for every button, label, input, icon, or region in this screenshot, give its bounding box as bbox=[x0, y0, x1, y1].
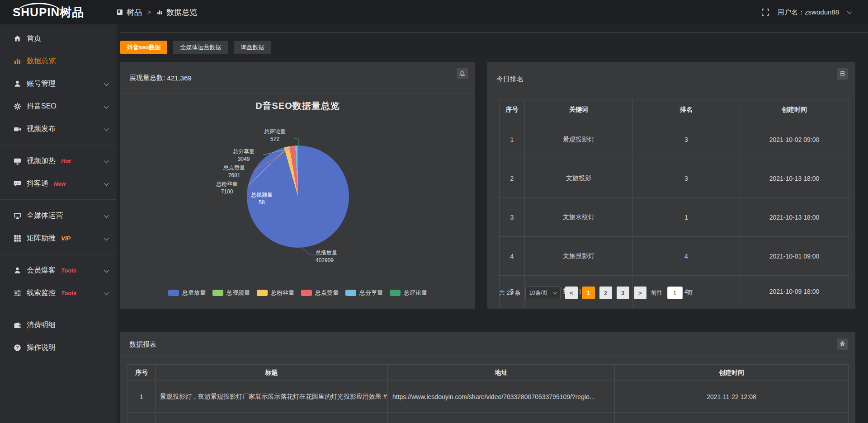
sidebar-item-member-burst[interactable]: 会员爆客 Tools bbox=[0, 259, 117, 282]
chart-legend: 总播放量 总视频量 总粉丝量 总点赞量 总分享量 总评论量 bbox=[120, 289, 475, 297]
pie-label-name: 总点赞量 bbox=[215, 164, 253, 172]
chevron-down-icon bbox=[104, 268, 109, 273]
chevron-down-icon bbox=[104, 181, 109, 186]
tools-badge: Tools bbox=[61, 267, 76, 274]
sidebar-item-label: 视频加热 bbox=[27, 156, 56, 166]
sidebar-item-label: 数据总览 bbox=[27, 56, 56, 66]
cell-url-link[interactable]: https://www.iesdouyin.com/share/video/70… bbox=[388, 381, 615, 413]
video-camera-icon bbox=[14, 125, 21, 133]
chevron-down-icon bbox=[104, 103, 109, 108]
cell-time bbox=[615, 413, 849, 423]
sidebar-item-video-heat[interactable]: 视频加热 Hot bbox=[0, 150, 117, 172]
window-icon bbox=[117, 9, 123, 15]
pagination: 共 23 条 10条/页 < 1 2 3 > 前往 1 页 bbox=[499, 287, 693, 299]
cell-rank: 1 bbox=[633, 198, 740, 237]
sidebar-item-label: 线索监控 bbox=[27, 288, 56, 298]
cell-time: 2021-10-13 18:00 bbox=[740, 159, 849, 198]
column-header-time: 创建时间 bbox=[740, 99, 849, 120]
column-header-time: 创建时间 bbox=[615, 365, 849, 381]
sidebar-item-video-publish[interactable]: 视频发布 bbox=[0, 118, 117, 140]
prev-page-button[interactable]: < bbox=[565, 287, 578, 299]
grid-icon bbox=[14, 235, 21, 242]
column-header-index: 序号 bbox=[128, 365, 156, 381]
tab-media-ops-data[interactable]: 全媒体运营数据 bbox=[173, 41, 228, 54]
pie-label-name: 总粉丝量 bbox=[208, 180, 246, 188]
pie-label-likes: 总点赞量 7681 bbox=[215, 164, 253, 179]
legend-item-fans[interactable]: 总粉丝量 bbox=[257, 289, 294, 297]
legend-item-comments[interactable]: 总评论量 bbox=[390, 289, 427, 297]
page-button-2[interactable]: 2 bbox=[599, 287, 612, 299]
tab-inquiry-data[interactable]: 询盘数据 bbox=[234, 41, 271, 54]
next-page-button[interactable]: > bbox=[634, 287, 646, 299]
breadcrumb-root[interactable]: 树品 bbox=[127, 7, 142, 18]
column-header-index: 序号 bbox=[500, 99, 525, 120]
chevron-down-icon bbox=[104, 126, 109, 131]
overview-panel-header: 展现量总数: 421,369 总 bbox=[120, 62, 475, 94]
cell-index: 2 bbox=[500, 159, 525, 198]
overview-panel: 展现量总数: 421,369 总 D音SEO数据量总览 总评论量 572 总分享… bbox=[120, 62, 475, 309]
cell-index bbox=[128, 413, 156, 423]
sidebar-item-label: 抖客通 bbox=[27, 179, 48, 188]
legend-label: 总播放量 bbox=[182, 289, 206, 297]
page-size-value: 10条/页 bbox=[529, 289, 548, 297]
user-icon bbox=[14, 267, 21, 274]
legend-item-likes[interactable]: 总点赞量 bbox=[301, 289, 339, 297]
cell-rank: 4 bbox=[633, 237, 740, 276]
tab-douyin-seo-data[interactable]: 抖音seo数据 bbox=[120, 41, 167, 54]
monitor-icon bbox=[14, 212, 21, 220]
legend-item-shares[interactable]: 总分享量 bbox=[345, 289, 383, 297]
chevron-down-icon[interactable] bbox=[847, 9, 852, 14]
fullscreen-icon[interactable] bbox=[761, 8, 769, 16]
chat-bubble-icon bbox=[14, 180, 21, 188]
table-toggle-button[interactable]: 表 bbox=[837, 338, 848, 350]
pie-label-plays: 总播放量 402909 bbox=[316, 249, 365, 264]
report-panel-title: 数据报表 bbox=[129, 340, 156, 349]
sidebar-item-home[interactable]: 首页 bbox=[0, 27, 117, 50]
sidebar-item-spend-detail[interactable]: 消费明细 bbox=[0, 314, 117, 336]
page-button-1[interactable]: 1 bbox=[582, 287, 595, 299]
chevron-down-icon bbox=[104, 213, 109, 218]
legend-swatch bbox=[345, 290, 356, 296]
legend-item-plays[interactable]: 总播放量 bbox=[168, 289, 206, 297]
cell-rank: 3 bbox=[633, 159, 740, 198]
goto-page-input[interactable]: 1 bbox=[667, 287, 683, 299]
page-size-select[interactable]: 10条/页 bbox=[525, 287, 561, 299]
vip-badge: VIP bbox=[61, 235, 71, 242]
data-tabs: 抖音seo数据 全媒体运营数据 询盘数据 bbox=[120, 41, 271, 54]
sidebar-item-help[interactable]: ? 操作说明 bbox=[0, 336, 117, 359]
breadcrumb-separator: > bbox=[147, 9, 151, 16]
page-button-3[interactable]: 3 bbox=[617, 287, 629, 299]
user-icon bbox=[14, 80, 21, 88]
sidebar-item-label: 会员爆客 bbox=[27, 266, 56, 275]
total-impressions-value: 421,369 bbox=[167, 74, 191, 82]
sidebar-item-douketong[interactable]: 抖客通 New bbox=[0, 172, 117, 195]
legend-swatch bbox=[168, 290, 179, 296]
total-impressions-label: 展现量总数: bbox=[129, 74, 165, 82]
sidebar-item-account[interactable]: 账号管理 bbox=[0, 72, 117, 95]
column-header-rank: 排名 bbox=[633, 99, 740, 120]
cell-index: 3 bbox=[500, 198, 525, 237]
total-count-label: 共 23 条 bbox=[499, 289, 521, 297]
legend-item-videos[interactable]: 总视频量 bbox=[212, 289, 250, 297]
sidebar-item-media-ops[interactable]: 全媒体运营 bbox=[0, 204, 117, 227]
report-panel-header: 数据报表 表 bbox=[120, 332, 855, 357]
pie-label-value: 7681 bbox=[215, 172, 253, 179]
sidebar-item-lead-monitor[interactable]: 线索监控 Tools bbox=[0, 282, 117, 304]
cell-title: 景观投影灯，夜游景观投影灯厂家展示展示落花灯在花园里的灯光投影应用效果 # bbox=[156, 381, 388, 413]
wallet-icon bbox=[14, 321, 21, 329]
data-report-panel: 数据报表 表 序号 标题 地址 创建时间 1 景观投影灯，夜游景观投影灯厂家展示… bbox=[120, 332, 855, 423]
total-toggle-button[interactable]: 总 bbox=[457, 68, 468, 79]
sidebar-item-label: 首页 bbox=[27, 34, 41, 43]
header-divider bbox=[120, 32, 868, 33]
cell-time: 2021-10-01 09:00 bbox=[740, 237, 849, 276]
breadcrumb: 树品 > 数据总览 bbox=[117, 7, 197, 18]
sidebar-item-douyin-seo[interactable]: 抖音SEO bbox=[0, 95, 117, 118]
sidebar-item-matrix-boost[interactable]: 矩阵助推 VIP bbox=[0, 227, 117, 249]
breadcrumb-current[interactable]: 数据总览 bbox=[166, 7, 197, 18]
daily-toggle-button[interactable]: 日 bbox=[837, 68, 848, 80]
legend-swatch bbox=[257, 290, 268, 296]
pie-label-value: 58 bbox=[237, 199, 287, 207]
sidebar-item-label: 操作说明 bbox=[27, 343, 56, 352]
sidebar-item-data-overview[interactable]: 数据总览 bbox=[0, 50, 117, 72]
username-label[interactable]: 用户名：zswodun88 bbox=[778, 8, 839, 17]
